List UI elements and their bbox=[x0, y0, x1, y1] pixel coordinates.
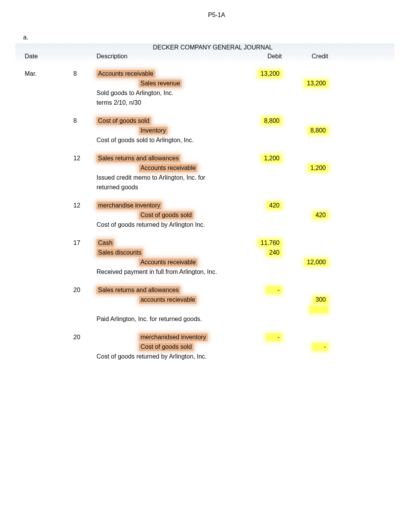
cell-credit: 1,200 bbox=[286, 164, 332, 172]
entry-line: 12Sales returns and allowances1,200 bbox=[15, 153, 395, 163]
highlighted-account: Inventory bbox=[139, 127, 168, 134]
journal-entry: 17Cash11,760Sales discounts240Accounts r… bbox=[15, 238, 395, 277]
highlighted-account: Accounts receivable bbox=[139, 164, 197, 172]
cell-credit bbox=[286, 306, 332, 313]
cell-debit: - bbox=[239, 333, 286, 341]
cell-description: Cost of goods returned by Arlington, Inc… bbox=[97, 353, 239, 360]
cell-description: returned goods bbox=[97, 184, 239, 191]
debit-amount: 11,760 bbox=[258, 239, 282, 247]
highlighted-account: Sales returns and allowances bbox=[97, 286, 180, 294]
entry-line: 17Cash11,760 bbox=[15, 238, 395, 248]
entry-line: Cost of goods sold to Arlington, Inc. bbox=[15, 135, 395, 145]
cell-description: Accounts receivable bbox=[97, 258, 239, 266]
journal-entries: Mar.8Accounts receivable13,200Sales reve… bbox=[15, 69, 395, 361]
cell-credit: - bbox=[286, 343, 332, 351]
entry-line: Issued credit memo to Arlington, Inc. fo… bbox=[15, 173, 395, 182]
header-description: Description bbox=[97, 53, 239, 60]
cell-description: Sales discounts bbox=[97, 249, 239, 257]
header-date: Date bbox=[15, 53, 73, 60]
highlighted-account: Accounts receivable bbox=[97, 70, 155, 78]
cell-description: Received payment in full from Arlington,… bbox=[97, 269, 239, 275]
cell-description: Cost of goods sold to Arlington, Inc. bbox=[97, 137, 239, 144]
cell-debit: 8,800 bbox=[239, 117, 286, 125]
credit-amount: 1,200 bbox=[308, 164, 328, 172]
entry-line: Cost of goods returned by Arlington, Inc… bbox=[15, 352, 395, 361]
highlighted-account: merchanidsed inventory bbox=[139, 333, 208, 341]
entry-line: returned goods bbox=[15, 182, 395, 192]
highlighted-account: Sales discounts bbox=[97, 249, 143, 257]
entry-line: Received payment in full from Arlington,… bbox=[15, 267, 395, 277]
credit-amount: 13,200 bbox=[305, 80, 328, 87]
cell-day: 8 bbox=[73, 117, 97, 124]
entry-line bbox=[15, 304, 395, 314]
credit-amount: 420 bbox=[313, 211, 328, 219]
journal-entry: 20merchanidsed inventory-Cost of goods s… bbox=[15, 332, 395, 361]
cell-description: Cost of goods sold bbox=[97, 343, 239, 351]
cell-description: accounts recievable bbox=[97, 296, 239, 304]
journal-entry: 8Cost of goods sold8,800Inventory8,800Co… bbox=[15, 116, 395, 145]
highlighted-account: Accounts receivable bbox=[139, 258, 197, 266]
cell-description: Paid Arlington, Inc. for returned goods. bbox=[97, 316, 239, 323]
credit-amount: 300 bbox=[313, 296, 328, 304]
journal-entry: 20Sales returns and allowances-accounts … bbox=[15, 285, 395, 324]
cell-description: Accounts receivable bbox=[97, 164, 239, 172]
cell-day: 20 bbox=[73, 334, 97, 341]
entry-line: Accounts receivable12,000 bbox=[15, 257, 395, 267]
page-title: P5-1A bbox=[39, 12, 395, 19]
entry-line: Cost of goods sold420 bbox=[15, 210, 395, 220]
cell-description: merchanidsed inventory bbox=[97, 333, 239, 341]
highlighted-account: Sales returns and allowances bbox=[97, 155, 180, 162]
cell-debit: 1,200 bbox=[239, 155, 286, 162]
debit-amount: 420 bbox=[267, 202, 282, 209]
journal-entry: Mar.8Accounts receivable13,200Sales reve… bbox=[15, 69, 395, 107]
journal-entry: 12merchandise inventory420Cost of goods … bbox=[15, 201, 395, 229]
highlighted-account: merchandise inventory bbox=[97, 202, 162, 209]
entry-line: 20Sales returns and allowances- bbox=[15, 285, 395, 295]
entry-line: terms 2/10, n/30 bbox=[15, 98, 395, 107]
entry-line: Mar.8Accounts receivable13,200 bbox=[15, 69, 395, 78]
journal-title-row: DECKER COMPANY GENERAL JOURNAL bbox=[15, 43, 395, 52]
cell-description: merchandise inventory bbox=[97, 202, 239, 209]
cell-debit: 11,760 bbox=[239, 239, 286, 247]
credit-amount: - bbox=[312, 343, 328, 351]
cell-description: Cost of goods sold bbox=[97, 211, 239, 219]
cell-description: Cash bbox=[97, 239, 239, 247]
entry-line: Accounts receivable1,200 bbox=[15, 163, 395, 173]
cell-credit: 13,200 bbox=[286, 80, 332, 87]
entry-line: 20merchanidsed inventory- bbox=[15, 332, 395, 342]
entry-line: Paid Arlington, Inc. for returned goods. bbox=[15, 314, 395, 324]
cell-credit: 420 bbox=[286, 211, 332, 219]
entry-line: Sales discounts240 bbox=[15, 248, 395, 257]
section-label: a. bbox=[23, 34, 395, 41]
cell-description: Sales returns and allowances bbox=[97, 286, 239, 294]
cell-description: terms 2/10, n/30 bbox=[97, 99, 239, 106]
highlighted-account: accounts recievable bbox=[139, 296, 197, 304]
cell-debit: 420 bbox=[239, 202, 286, 209]
entry-line: Sold goods to Arlington, Inc. bbox=[15, 88, 395, 98]
highlighted-account: Sales revenue bbox=[139, 80, 181, 87]
cell-day: 8 bbox=[73, 70, 97, 77]
entry-line: Sales revenue13,200 bbox=[15, 78, 395, 88]
cell-day: 12 bbox=[73, 155, 97, 162]
column-headers: Date Description Debit Credit bbox=[15, 52, 395, 61]
cell-day: 12 bbox=[73, 202, 97, 209]
entry-line: Cost of goods returned by Arlington Inc. bbox=[15, 220, 395, 229]
credit-amount-blank bbox=[310, 306, 328, 313]
entry-line: Inventory8,800 bbox=[15, 126, 395, 135]
cell-month: Mar. bbox=[15, 70, 73, 77]
journal-title: DECKER COMPANY GENERAL JOURNAL bbox=[31, 44, 395, 51]
cell-day: 17 bbox=[73, 240, 97, 246]
highlighted-account: Cost of goods sold bbox=[139, 343, 193, 351]
journal-entry: 12Sales returns and allowances1,200Accou… bbox=[15, 153, 395, 192]
cell-description: Sold goods to Arlington, Inc. bbox=[97, 90, 239, 97]
debit-amount: 240 bbox=[267, 249, 282, 257]
cell-description: Cost of goods sold bbox=[97, 117, 239, 125]
cell-credit: 8,800 bbox=[286, 127, 332, 134]
cell-credit: 12,000 bbox=[286, 258, 332, 266]
cell-description: Inventory bbox=[97, 127, 239, 134]
cell-description: Issued credit memo to Arlington, Inc. fo… bbox=[97, 174, 239, 181]
entry-line: 8Cost of goods sold8,800 bbox=[15, 116, 395, 126]
debit-amount: 1,200 bbox=[262, 155, 282, 162]
highlighted-account: Cost of goods sold bbox=[97, 117, 151, 125]
cell-description: Sales revenue bbox=[97, 80, 239, 87]
